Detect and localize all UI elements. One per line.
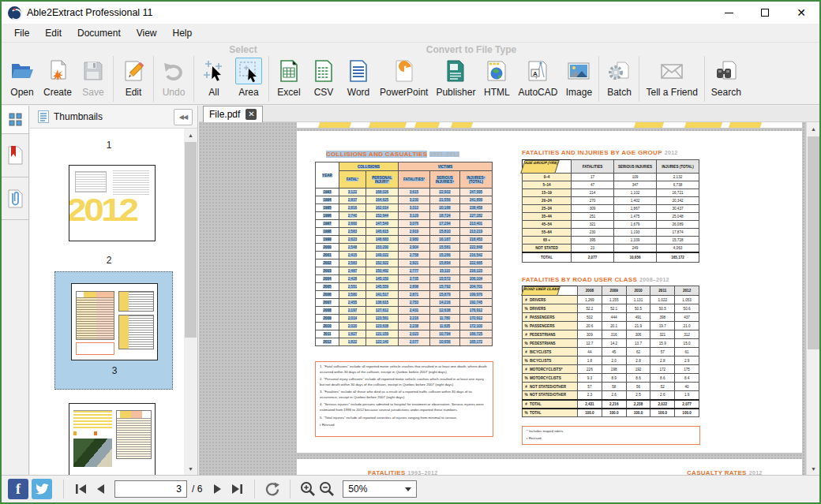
scroll-down-icon[interactable]: ▼ (184, 462, 197, 475)
collisions-heading: COLLISIONS AND CASUALTIES1993–2012 (326, 151, 459, 158)
edit-button[interactable]: Edit (116, 56, 151, 99)
undo-button[interactable]: Undo (156, 56, 191, 99)
convert-powerpoint-button[interactable]: PowerPoint (376, 56, 432, 99)
main-area: Thumbnails ◀◀ 1 2012 2 (2, 106, 819, 475)
age-group-table: AGE GROUP (YRS) FATALITIES SERIOUS INJUR… (522, 159, 699, 263)
open-folder-icon (9, 58, 36, 84)
select-all-button[interactable]: All (197, 56, 231, 99)
facebook-button[interactable]: f (8, 479, 28, 499)
convert-excel-button[interactable]: Excel (272, 56, 306, 99)
menu-edit[interactable]: Edit (37, 25, 69, 41)
table-row: #BICYCLISTS4445625761 (523, 348, 699, 357)
convert-csv-button[interactable]: CSV (306, 56, 341, 99)
convert-image-button[interactable]: Image (561, 56, 596, 99)
tab-close-icon[interactable]: ✕ (246, 109, 257, 120)
table-row: 19962,740152,9443,12918,724227,282 (316, 212, 493, 220)
toolbar-separator (193, 56, 194, 102)
last-page-button[interactable] (227, 480, 246, 498)
tab-thumbnails[interactable] (2, 106, 28, 134)
age-group-heading: FATALITIES AND INJURIES BY AGE GROUP2012 (522, 149, 678, 156)
previous-page-edge (297, 122, 802, 128)
maximize-icon (761, 9, 769, 17)
table-total-row: TOTAL2,07710,656165,172 (523, 252, 699, 263)
statusbar-separator (254, 480, 255, 498)
tab-label: File.pdf (209, 109, 240, 120)
maximize-button[interactable] (747, 2, 783, 24)
table-row: 19942,837164,6253,23021,556241,899 (316, 196, 493, 204)
zoom-level-dropdown[interactable]: 50% (343, 480, 417, 498)
scrollbar-thumb[interactable] (808, 136, 819, 349)
csv-icon (310, 58, 337, 84)
rotate-button[interactable] (263, 480, 282, 498)
toolbar-separator (153, 56, 154, 102)
scroll-up-icon[interactable]: ▲ (807, 122, 820, 135)
table-row: 20121,822122,1402,07710,656165,172 (316, 338, 493, 346)
table-row: #MOTORCYCLISTS*226198192172175 (523, 365, 699, 374)
table-row: 20002,548153,2902,90415,581222,848 (316, 244, 493, 252)
toolbar-separator (639, 56, 639, 102)
thumb-table (76, 291, 114, 340)
create-button[interactable]: Create (39, 56, 76, 99)
statusbar-separator (290, 480, 291, 498)
document-scrollbar[interactable]: ▲ ▼ (806, 122, 819, 475)
excel-icon (276, 58, 302, 84)
rotate-icon (264, 480, 281, 498)
select-area-button[interactable]: Area (231, 56, 266, 99)
menu-file[interactable]: File (6, 25, 37, 41)
next-page-button[interactable] (208, 480, 227, 498)
tell-a-friend-button[interactable]: Tell a Friend (642, 56, 701, 99)
statusbar-separator (63, 480, 64, 498)
edit-pencil-icon (120, 58, 147, 84)
footnote-line: 2. "Personal injury collisions" include … (320, 377, 489, 388)
menu-help[interactable]: Help (165, 25, 201, 41)
menu-view[interactable]: View (129, 25, 165, 41)
status-bar: f / 6 50% (2, 475, 819, 502)
minimize-button[interactable] (710, 2, 747, 24)
table-total-row: %TOTAL100.0100.0100.0100.0100.0 (523, 409, 699, 417)
convert-autocad-button[interactable]: A AutoCAD (514, 56, 561, 99)
undo-arrow-icon (160, 58, 187, 84)
collapse-panel-button[interactable]: ◀◀ (174, 109, 193, 125)
html-globe-icon (483, 58, 510, 84)
page-label: 1 (46, 140, 172, 151)
close-icon: ✕ (797, 7, 806, 18)
page-thumbnail-1[interactable]: 2012 (69, 165, 156, 241)
toolbar-separator (598, 56, 599, 102)
table-row: 20102,020123,6382,23811,635172,100 (316, 323, 493, 330)
select-all-icon (201, 58, 227, 84)
table-row: %MOTORCYCLISTS9.38.98.68.68.4 (523, 374, 699, 383)
age-table-body: 0–4171092,1325–14473476,73815–192141,102… (523, 174, 699, 263)
table-row: 20–242701,40220,342 (523, 197, 699, 205)
app-logo-icon (8, 6, 21, 20)
convert-publisher-button[interactable]: Publisher (432, 56, 479, 99)
table-row: 20042,428145,1502,73515,572206,104 (316, 275, 493, 283)
selected-thumbnail-highlight[interactable]: 3 (54, 271, 173, 390)
save-button[interactable]: Save (76, 56, 111, 99)
page-thumbnail-2-selected[interactable] (71, 283, 158, 360)
convert-group-label: Convert to File Type (341, 44, 602, 55)
tab-file-pdf[interactable]: File.pdf ✕ (203, 106, 263, 122)
pdf-viewport: COLLISIONS AND CASUALTIES1993–2012 YEAR … (199, 122, 806, 475)
convert-word-button[interactable]: Word (341, 56, 376, 99)
convert-html-button[interactable]: HTML (479, 56, 514, 99)
tab-bookmarks[interactable] (2, 134, 28, 177)
twitter-button[interactable] (32, 479, 52, 499)
tab-attachments[interactable] (2, 177, 28, 220)
page-thumbnail-3[interactable] (69, 403, 156, 475)
scroll-up-icon[interactable]: ▲ (184, 129, 197, 141)
menu-document[interactable]: Document (69, 25, 129, 41)
scrollbar-thumb[interactable] (185, 142, 197, 338)
search-button[interactable]: Search (707, 56, 745, 99)
first-page-button[interactable] (72, 480, 91, 498)
open-button[interactable]: Open (5, 56, 39, 99)
page-number-input[interactable] (114, 480, 187, 498)
zoom-in-button[interactable] (298, 480, 317, 498)
previous-page-button[interactable] (91, 480, 110, 498)
table-row: 20072,455138,6152,75314,216192,745 (316, 299, 493, 307)
zoom-out-button[interactable] (317, 480, 336, 498)
scroll-down-icon[interactable]: ▼ (807, 462, 820, 475)
sidebar-scrollbar[interactable]: ▲ ▼ (184, 129, 197, 475)
toolbar-separator (704, 56, 705, 102)
close-button[interactable]: ✕ (783, 2, 819, 24)
batch-button[interactable]: Batch (602, 56, 636, 99)
